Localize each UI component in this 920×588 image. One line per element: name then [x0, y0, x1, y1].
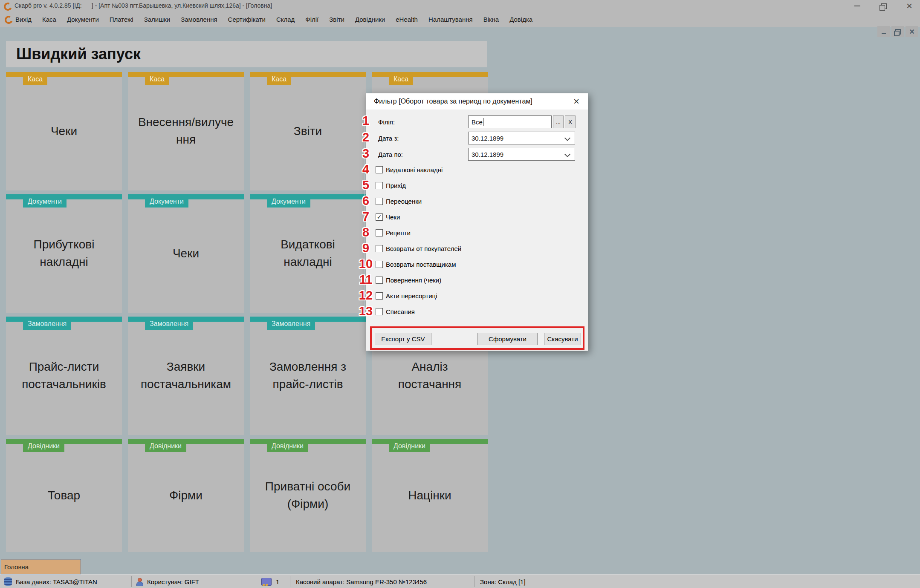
menu-item-6[interactable]: Сертифікати [228, 16, 266, 23]
checkbox-unchecked[interactable] [376, 277, 383, 284]
annotation-number-8: 8 [362, 225, 369, 239]
mdi-restore-icon [895, 29, 901, 35]
tile-r3-c1[interactable]: ЗамовленняПрайс-листи постачальників [6, 317, 122, 435]
tile-r4-c4[interactable]: ДовідникиНацінки [372, 439, 488, 552]
tile-r4-c1[interactable]: ДовідникиТовар [6, 439, 122, 552]
status-cash-register-text: Касовий апарат: Samsung ER-350 №123456 [296, 578, 427, 585]
checkbox-unchecked[interactable] [376, 229, 383, 236]
menu-item-11[interactable]: eHealth [396, 16, 418, 23]
menu-item-12[interactable]: Налаштування [428, 16, 473, 23]
status-user: Користувач: GIFT [136, 575, 199, 588]
dialog-close-button[interactable]: × [567, 93, 585, 110]
restore-icon [881, 3, 887, 9]
tile-r2-c2[interactable]: ДокументиЧеки [128, 194, 244, 313]
menu-item-2[interactable]: Документи [67, 16, 99, 23]
checkbox-row-2[interactable]: Прихід [376, 181, 406, 190]
menu-item-3[interactable]: Платежі [110, 16, 133, 23]
checkbox-label: Прихід [386, 182, 406, 189]
filia-lookup-button[interactable]: ... [553, 115, 564, 128]
checkbox-unchecked[interactable] [376, 292, 383, 300]
window-restore-button[interactable] [874, 0, 894, 12]
checkbox-row-3[interactable]: Переоценки [376, 196, 422, 206]
menu-item-7[interactable]: Склад [276, 16, 295, 23]
tile-r2-c3[interactable]: ДокументиВидаткові накладні [250, 194, 366, 313]
status-device-count-text: 1 [276, 578, 279, 585]
status-device-count: 1 [261, 575, 279, 588]
date-to-select[interactable]: 30.12.1899 [468, 148, 575, 161]
checkbox-unchecked[interactable] [376, 261, 383, 268]
menu-item-10[interactable]: Довідники [355, 16, 385, 23]
tile-r4-c3[interactable]: ДовідникиПриватні особи (Фірми) [250, 439, 366, 552]
filia-input[interactable]: Все [468, 115, 552, 128]
checkbox-row-4[interactable]: ✓Чеки [376, 212, 400, 222]
filter-dialog: Фильтр [Оборот товара за период по докум… [366, 93, 588, 351]
annotation-number-3: 3 [362, 147, 369, 161]
checkbox-label: Рецепти [386, 229, 411, 236]
dialog-title-bar[interactable]: Фильтр [Оборот товара за период по докум… [366, 93, 588, 110]
checkbox-row-1[interactable]: Видаткові накладні [376, 165, 443, 174]
menu-logo-icon [3, 14, 14, 25]
tile-label: Видаткові накладні [250, 194, 366, 313]
menu-item-8[interactable]: Філії [305, 16, 318, 23]
annotation-number-12: 12 [359, 288, 373, 303]
checkbox-row-6[interactable]: Возвраты от покупателей [376, 244, 461, 253]
checkbox-checked[interactable]: ✓ [376, 213, 383, 221]
tile-label: Звіти [250, 72, 366, 190]
annotation-number-11: 11 [359, 273, 373, 287]
tile-r1-c2[interactable]: КасаВнесення/вилучення [128, 72, 244, 190]
annotation-number-4: 4 [362, 162, 369, 176]
export-csv-button[interactable]: Експорт у CSV [375, 333, 431, 345]
checkbox-row-8[interactable]: Повернення (чеки) [376, 275, 441, 285]
status-database-text: База даних: TASA3@TITAN [16, 578, 97, 585]
menu-item-9[interactable]: Звіти [329, 16, 344, 23]
text-caret [483, 118, 484, 126]
checkbox-label: Возвраты поставщикам [386, 261, 456, 268]
tile-label: Прайс-листи постачальників [6, 317, 122, 435]
filia-value: Все [472, 118, 483, 126]
generate-button[interactable]: Сформувати [477, 333, 538, 345]
tile-r2-c1[interactable]: ДокументиПрибуткові накладні [6, 194, 122, 313]
mdi-minimize-button[interactable] [877, 26, 890, 37]
checkbox-unchecked[interactable] [376, 166, 383, 173]
annotation-number-10: 10 [359, 257, 373, 271]
checkbox-row-9[interactable]: Акти пересортиці [376, 291, 437, 300]
annotation-number-2: 2 [362, 130, 369, 144]
checkbox-label: Списания [386, 308, 415, 315]
checkbox-unchecked[interactable] [376, 198, 383, 205]
tab-home[interactable]: Головна [1, 559, 81, 574]
checkbox-row-7[interactable]: Возвраты поставщикам [376, 259, 456, 269]
annotation-number-1: 1 [362, 114, 369, 128]
checkbox-label: Повернення (чеки) [386, 277, 441, 284]
chevron-down-icon [564, 135, 570, 141]
tile-r3-c2[interactable]: ЗамовленняЗаявки постачальникам [128, 317, 244, 435]
tile-r4-c2[interactable]: ДовідникиФірми [128, 439, 244, 552]
checkbox-label: Переоценки [386, 198, 422, 205]
window-minimize-button[interactable] [848, 0, 867, 12]
dialog-title: Фильтр [Оборот товара за период по докум… [374, 98, 532, 105]
tile-r1-c1[interactable]: КасаЧеки [6, 72, 122, 190]
checkbox-row-10[interactable]: Списания [376, 307, 415, 316]
checkbox-row-5[interactable]: Рецепти [376, 228, 411, 237]
menu-item-5[interactable]: Замовлення [181, 16, 217, 23]
application-window: Скарб pro v. 4.0.2.85 [ІД: ] - [Апт №003… [0, 0, 920, 588]
title-bar: Скарб pro v. 4.0.2.85 [ІД: ] - [Апт №003… [0, 0, 920, 12]
menu-item-14[interactable]: Довідка [509, 16, 532, 23]
menu-bar: ВихідКасаДокументиПлатежіЗалишкиЗамовлен… [0, 12, 920, 27]
date-from-select[interactable]: 30.12.1899 [468, 132, 575, 144]
menu-item-13[interactable]: Вікна [483, 16, 499, 23]
tile-r3-c3[interactable]: ЗамовленняЗамовлення з прайс-листів [250, 317, 366, 435]
mdi-close-button[interactable]: × [906, 26, 918, 37]
menu-item-1[interactable]: Каса [42, 16, 56, 23]
checkbox-unchecked[interactable] [376, 308, 383, 315]
tile-label: Чеки [128, 194, 244, 313]
checkbox-unchecked[interactable] [376, 182, 383, 189]
tile-r1-c3[interactable]: КасаЗвіти [250, 72, 366, 190]
menu-item-4[interactable]: Залишки [144, 16, 171, 23]
mdi-restore-button[interactable] [891, 26, 904, 37]
cancel-button[interactable]: Скасувати [544, 333, 581, 345]
filia-clear-button[interactable]: X [565, 115, 576, 128]
status-separator [290, 576, 290, 587]
menu-item-0[interactable]: Вихід [15, 16, 32, 23]
checkbox-unchecked[interactable] [376, 245, 383, 252]
window-close-button[interactable]: × [900, 0, 919, 12]
